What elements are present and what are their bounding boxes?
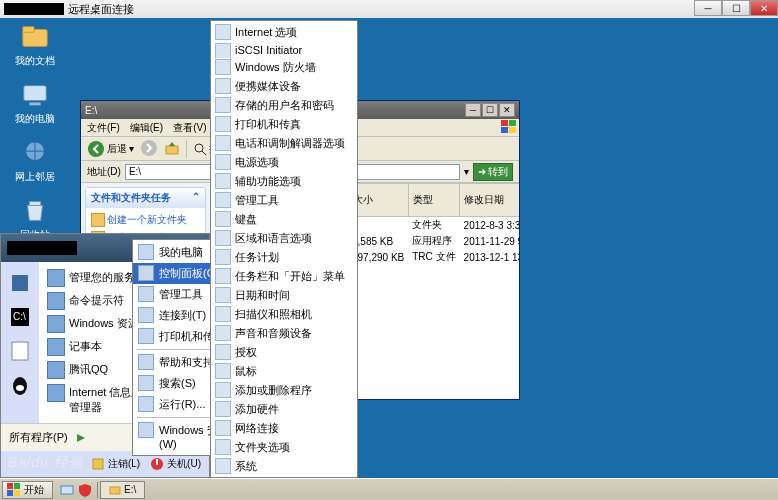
svg-rect-26 [7, 483, 13, 489]
host-title: 远程桌面连接 [68, 2, 134, 17]
svg-rect-7 [501, 120, 508, 126]
menu-view[interactable]: 查看(V) [173, 121, 206, 135]
go-button[interactable]: ➜ 转到 [473, 163, 513, 181]
taskbar: 开始 E:\ [0, 478, 778, 500]
window-controls: ─ ☐ ✕ [694, 0, 778, 16]
control-panel-item[interactable]: 键盘 [211, 210, 357, 229]
col-date[interactable]: 修改日期 [460, 184, 519, 217]
address-label: 地址(D) [87, 165, 121, 179]
start-left-strip: C:\ [1, 262, 39, 423]
menu-file[interactable]: 文件(F) [87, 121, 120, 135]
control-panel-item[interactable]: 扫描仪和照相机 [211, 305, 357, 324]
svg-rect-29 [14, 490, 20, 496]
explorer-maximize[interactable]: ☐ [482, 103, 498, 117]
svg-point-14 [195, 144, 203, 152]
col-type[interactable]: 类型 [408, 184, 459, 217]
svg-rect-20 [12, 342, 28, 360]
svg-rect-31 [110, 487, 120, 494]
remote-desktop: 我的文档 我的电脑 网上邻居 回收站 Internet Explorer E:\… [0, 18, 778, 500]
desktop-icon-network[interactable]: 网上邻居 [6, 138, 64, 184]
control-panel-item[interactable]: 添加硬件 [211, 400, 357, 419]
address-dropdown[interactable]: ▾ [464, 166, 469, 177]
svg-rect-8 [509, 120, 516, 126]
blackout [4, 3, 64, 15]
control-panel-item[interactable]: 电源选项 [211, 153, 357, 172]
qq-icon [7, 372, 33, 398]
up-button[interactable] [164, 140, 180, 158]
maximize-button[interactable]: ☐ [722, 0, 750, 16]
control-panel-item[interactable]: 存储的用户名和密码 [211, 96, 357, 115]
svg-rect-23 [93, 459, 103, 469]
svg-rect-28 [7, 490, 13, 496]
control-panel-item[interactable]: 添加或删除程序 [211, 381, 357, 400]
control-panel-item[interactable]: 系统 [211, 457, 357, 476]
control-panel-item[interactable]: 授权 [211, 343, 357, 362]
svg-rect-25 [156, 459, 158, 465]
collapse-icon[interactable]: ⌃ [192, 191, 200, 205]
quick-launch [55, 482, 98, 498]
logoff-button[interactable]: 注销(L) [91, 457, 140, 471]
control-panel-item[interactable]: 便携媒体设备 [211, 77, 357, 96]
svg-text:C:\: C:\ [13, 311, 26, 322]
menu-edit[interactable]: 编辑(E) [130, 121, 163, 135]
taskbar-item-explorer[interactable]: E:\ [100, 481, 145, 499]
task-new-folder[interactable]: 创建一个新文件夹 [91, 211, 200, 229]
control-panel-item[interactable]: 打印机和传真 [211, 115, 357, 134]
desktop-icon-documents[interactable]: 我的文档 [6, 22, 64, 68]
control-panel-item[interactable]: 管理工具 [211, 191, 357, 210]
control-panel-submenu: Internet 选项iSCSI InitiatorWindows 防火墙便携媒… [210, 20, 358, 478]
server-icon [7, 270, 33, 296]
start-button[interactable]: 开始 [2, 481, 53, 499]
svg-rect-9 [501, 127, 508, 133]
forward-button[interactable] [140, 139, 158, 159]
svg-rect-1 [23, 27, 34, 33]
control-panel-item[interactable]: 电话和调制解调器选项 [211, 134, 357, 153]
ql-desktop-icon[interactable] [59, 482, 75, 498]
explorer-close[interactable]: ✕ [499, 103, 515, 117]
icon-label: 我的文档 [15, 54, 55, 68]
minimize-button[interactable]: ─ [694, 0, 722, 16]
control-panel-item[interactable]: 鼠标 [211, 362, 357, 381]
svg-point-11 [88, 141, 104, 157]
control-panel-item[interactable]: 任务计划 [211, 248, 357, 267]
svg-point-12 [141, 140, 157, 156]
ql-security-icon[interactable] [77, 482, 93, 498]
desktop-icon-computer[interactable]: 我的电脑 [6, 80, 64, 126]
control-panel-item[interactable]: Windows 防火墙 [211, 58, 357, 77]
svg-point-22 [16, 385, 24, 391]
host-titlebar: 远程桌面连接 ─ ☐ ✕ [0, 0, 778, 18]
control-panel-item[interactable]: 辅助功能选项 [211, 172, 357, 191]
control-panel-item[interactable]: 日期和时间 [211, 286, 357, 305]
explorer-title-text: E:\ [85, 105, 97, 116]
taskbox-title: 文件和文件夹任务 [91, 191, 171, 205]
close-button[interactable]: ✕ [750, 0, 778, 16]
control-panel-item[interactable]: 文件夹选项 [211, 438, 357, 457]
control-panel-item[interactable]: iSCSI Initiator [211, 42, 357, 58]
icon-label: 我的电脑 [15, 112, 55, 126]
icon-label: 网上邻居 [15, 170, 55, 184]
svg-rect-10 [509, 127, 516, 133]
svg-rect-17 [12, 275, 28, 291]
svg-rect-2 [24, 86, 47, 101]
control-panel-item[interactable]: 区域和语言选项 [211, 229, 357, 248]
svg-rect-13 [166, 146, 178, 154]
svg-rect-3 [29, 103, 40, 106]
control-panel-item[interactable]: 声音和音频设备 [211, 324, 357, 343]
back-button[interactable]: 后退 ▾ [87, 140, 134, 158]
control-panel-item[interactable]: 网络连接 [211, 419, 357, 438]
watermark: Baidu 经验 [8, 454, 84, 472]
svg-rect-30 [61, 486, 73, 494]
svg-rect-5 [29, 202, 40, 206]
svg-rect-27 [14, 483, 20, 489]
notepad-icon [7, 338, 33, 364]
windows-flag-icon [501, 120, 517, 136]
explorer-minimize[interactable]: ─ [465, 103, 481, 117]
control-panel-item[interactable]: Internet 选项 [211, 23, 357, 42]
shutdown-button[interactable]: 关机(U) [150, 457, 201, 471]
cmd-icon: C:\ [7, 304, 33, 330]
control-panel-item[interactable]: 任务栏和「开始」菜单 [211, 267, 357, 286]
windows-flag-icon [7, 483, 21, 497]
